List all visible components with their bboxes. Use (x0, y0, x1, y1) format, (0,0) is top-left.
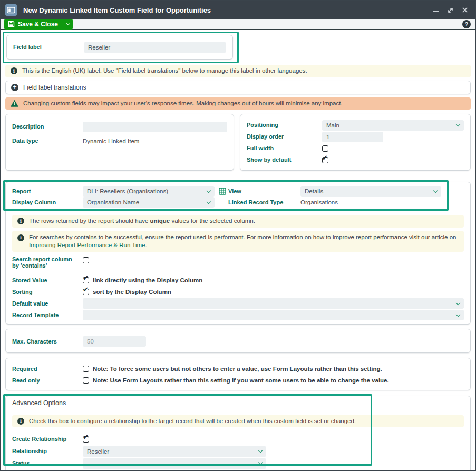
chevron-down-icon (456, 312, 460, 316)
create-relationship-label: Create Relationship (12, 436, 83, 443)
toolbar: Save & Close ? (1, 19, 475, 30)
save-close-button[interactable]: Save & Close (4, 19, 73, 30)
field-label-label: Field label (13, 44, 84, 51)
maximize-icon[interactable] (447, 7, 454, 14)
default-value-label: Default value (12, 300, 83, 307)
expand-plus-icon[interactable]: + (11, 84, 18, 91)
flags-card: Required Note: To force some users but n… (5, 358, 471, 390)
positioning-select[interactable]: Main (322, 120, 464, 131)
display-column-select[interactable]: Organisation Name (83, 197, 215, 208)
chevron-down-icon (433, 188, 438, 192)
description-label: Description (12, 123, 83, 130)
positioning-card: Positioning Main Display order 1 Full wi… (240, 114, 471, 171)
stored-value-checkbox[interactable] (83, 277, 89, 283)
linked-record-type-label: Linked Record Type (228, 199, 300, 206)
advanced-options-card: Advanced Options i Check this box to con… (5, 396, 471, 470)
linked-record-type-value: Organisations (300, 199, 338, 205)
field-label-input[interactable]: Reseller (84, 42, 226, 53)
create-relationship-checkbox[interactable] (83, 436, 89, 443)
sorting-label: Sorting (12, 289, 83, 296)
full-width-label: Full width (247, 145, 322, 152)
max-characters-card: Max. Characters 50 (5, 329, 471, 353)
max-characters-label: Max. Characters (12, 338, 83, 345)
display-order-label: Display order (247, 133, 322, 140)
chevron-down-icon (258, 448, 263, 453)
view-label: View (228, 188, 300, 195)
label-info-bar: i This is the English (UK) label. Use "F… (5, 65, 471, 77)
advanced-info-text: Check this box to configure a relationsh… (29, 417, 356, 426)
record-template-label: Record Template (12, 312, 83, 319)
positioning-label: Positioning (247, 122, 322, 129)
relationship-label: Relationship (12, 448, 83, 455)
save-options-dropdown[interactable] (63, 19, 73, 30)
field-label-card: Field label Reseller (6, 35, 233, 60)
data-type-label: Data type (12, 138, 83, 144)
report-table-icon[interactable] (219, 188, 226, 195)
record-template-select[interactable] (83, 310, 464, 320)
status-label: Status (12, 460, 83, 467)
data-type-value: Dynamic Linked Item (83, 138, 139, 144)
stored-value-label: Stored Value (12, 277, 83, 284)
status-select[interactable] (83, 458, 266, 469)
full-width-checkbox[interactable] (322, 145, 328, 152)
required-note: Note: To force some users but not others… (93, 366, 382, 372)
annotation-field-label: Field label Reseller (3, 32, 239, 63)
required-checkbox[interactable] (83, 366, 89, 372)
save-close-label: Save & Close (18, 21, 58, 28)
window-controls (433, 7, 468, 14)
default-value-select[interactable] (83, 298, 464, 309)
translations-panel-title: Field label translations (23, 84, 86, 91)
dialog-window: New Dynamic Linked Item Custom Field for… (0, 0, 476, 471)
unique-info-bar: i The rows returned by the report should… (12, 215, 464, 228)
field-label-translations-panel[interactable]: + Field label translations (5, 81, 471, 94)
performance-info-text: For searches by contains to be successfu… (29, 233, 459, 250)
chevron-down-icon (66, 21, 70, 25)
warning-triangle-icon: ! (11, 100, 18, 107)
max-characters-input[interactable]: 50 (83, 336, 146, 347)
close-icon[interactable] (462, 7, 468, 13)
display-column-label: Display Column (12, 199, 83, 206)
required-label: Required (12, 366, 83, 372)
advanced-options-header: Advanced Options (6, 396, 470, 410)
info-icon: i (17, 418, 24, 425)
relationship-select[interactable]: Reseller (83, 446, 266, 457)
title-bar: New Dynamic Linked Item Custom Field for… (1, 1, 475, 19)
report-card: Report DLI: Resellers (Organisations) Vi… (5, 182, 471, 325)
chevron-down-icon (207, 188, 211, 192)
description-input[interactable] (83, 122, 227, 132)
read-only-label: Read only (12, 377, 83, 384)
performance-article-link[interactable]: Improving Report Performance & Run Time (29, 242, 145, 248)
sorting-note: sort by the Display Column (93, 289, 171, 295)
warning-bar: ! Changing custom fields may impact your… (5, 97, 471, 110)
show-by-default-label: Show by default (247, 156, 322, 163)
stored-value-note: link directly using the Display Column (93, 277, 202, 283)
details-card: Description Data type Dynamic Linked Ite… (5, 114, 234, 171)
chevron-down-icon (258, 460, 263, 465)
form-content: Field label Reseller i This is the Engli… (1, 30, 475, 470)
view-select[interactable]: Details (300, 186, 441, 197)
performance-info-bar: i For searches by contains to be success… (12, 231, 464, 252)
chevron-down-icon (456, 122, 460, 126)
read-only-note: Note: Use Form Layouts rather than this … (93, 377, 389, 384)
chevron-down-icon (207, 199, 211, 203)
window-title: New Dynamic Linked Item Custom Field for… (23, 6, 433, 14)
floppy-disk-icon (8, 21, 15, 27)
display-order-input[interactable]: 1 (322, 132, 383, 142)
info-icon: i (17, 218, 24, 224)
report-select[interactable]: DLI: Resellers (Organisations) (83, 186, 215, 197)
help-icon[interactable]: ? (462, 20, 471, 28)
search-contains-checkbox[interactable] (83, 257, 89, 263)
show-by-default-checkbox[interactable] (322, 157, 328, 163)
info-icon: i (17, 234, 24, 241)
sorting-checkbox[interactable] (83, 289, 89, 295)
advanced-info-bar: i Check this box to configure a relation… (12, 415, 464, 428)
chevron-down-icon (456, 300, 460, 305)
report-label: Report (12, 188, 83, 195)
minimize-icon[interactable] (433, 7, 439, 13)
read-only-checkbox[interactable] (83, 377, 89, 384)
details-positioning-row: Description Data type Dynamic Linked Ite… (5, 114, 471, 171)
warning-text: Changing custom fields may impact your u… (23, 100, 343, 108)
unique-info-text: The rows returned by the report should h… (29, 217, 255, 225)
search-contains-label: Search report column by 'contains' (12, 256, 75, 269)
window-type-icon (5, 4, 17, 16)
